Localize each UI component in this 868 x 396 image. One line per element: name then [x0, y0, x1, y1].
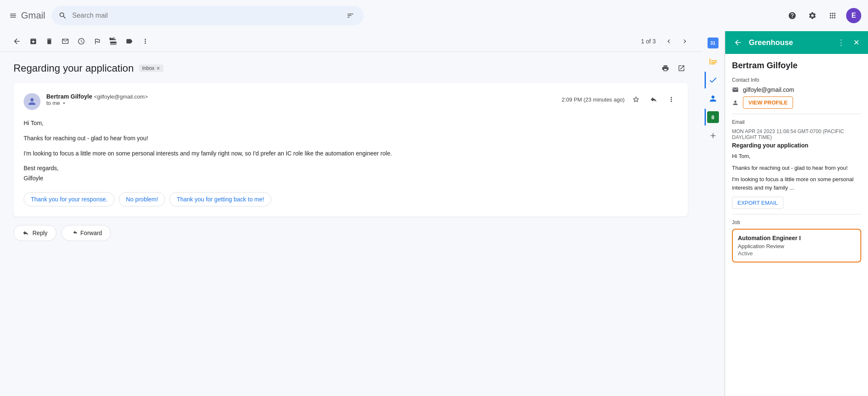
- mark-unread-button[interactable]: [59, 35, 72, 48]
- reply-action-button[interactable]: Reply: [13, 225, 56, 241]
- gmail-wordmark: Gmail: [21, 10, 45, 21]
- divider-2: [732, 214, 861, 214]
- person-contact-icon: [732, 99, 739, 106]
- to-me[interactable]: to me: [46, 100, 561, 106]
- gh-email-subject: Regarding your application: [732, 142, 861, 149]
- gh-email-section: MON APR 24 2023 11:08:54 GMT-0700 (PACIF…: [732, 128, 861, 192]
- greenhouse-plugin-icon[interactable]: 8: [705, 109, 721, 126]
- message-body: Hi Tom, Thanks for reaching out - glad t…: [24, 118, 678, 184]
- more-actions-button[interactable]: [139, 35, 152, 48]
- sender-email: <gilfoyle@gmail.com>: [94, 94, 148, 100]
- user-avatar[interactable]: E: [846, 8, 861, 23]
- person-icon[interactable]: [705, 90, 721, 107]
- gh-email-body-1: Hi Tom,: [732, 152, 861, 161]
- search-icon: [59, 11, 67, 20]
- body-line-4: Best regards,Gilfoyle: [24, 163, 678, 184]
- help-button[interactable]: [785, 9, 799, 22]
- smart-reply-1[interactable]: Thank you for your response.: [24, 192, 115, 206]
- sender-avatar: [24, 93, 40, 110]
- email-section-label: Email: [732, 119, 861, 125]
- side-strip: 31 8: [701, 31, 725, 396]
- greenhouse-more-button[interactable]: ⋮: [836, 36, 847, 49]
- email-icon: [732, 86, 739, 93]
- gh-email-date: MON APR 24 2023 11:08:54 GMT-0700 (PACIF…: [732, 128, 861, 140]
- body-line-3: I'm looking to focus a little more on so…: [24, 149, 678, 159]
- next-email-button[interactable]: [678, 35, 691, 48]
- reply-forward-row: Reply Forward: [13, 225, 688, 241]
- gmail-area: 1 of 3 Regarding your application Inbox …: [0, 31, 701, 396]
- add-plugin-button[interactable]: [705, 127, 721, 144]
- message-header: Bertram Gilfoyle <gilfoyle@gmail.com> to…: [24, 93, 678, 110]
- export-email-button[interactable]: EXPORT EMAIL: [732, 197, 783, 209]
- prev-email-button[interactable]: [662, 35, 675, 48]
- greenhouse-close-button[interactable]: ✕: [852, 36, 861, 49]
- body-line-1: Hi Tom,: [24, 118, 678, 128]
- body-line-2: Thanks for reaching out - glad to hear f…: [24, 134, 678, 144]
- email-contact-row: gilfoyle@gmail.com: [732, 86, 861, 93]
- job-card[interactable]: Automation Engineer I Application Review…: [732, 229, 861, 262]
- archive-button[interactable]: [27, 35, 40, 48]
- email-message: Bertram Gilfoyle <gilfoyle@gmail.com> to…: [13, 83, 688, 217]
- greenhouse-body: Bertram Gilfoyle Contact Info gilfoyle@g…: [725, 54, 868, 396]
- gh-email-body-2: Thanks for reaching out - glad to hear f…: [732, 164, 861, 172]
- smart-replies: Thank you for your response. No problem!…: [24, 192, 678, 206]
- contact-info-label: Contact Info: [732, 77, 861, 83]
- search-filter-button[interactable]: [344, 9, 357, 22]
- inbox-label: Inbox: [142, 65, 155, 71]
- calendar-icon[interactable]: 31: [705, 35, 721, 51]
- greenhouse-back-button[interactable]: [732, 37, 744, 48]
- sender-info: Bertram Gilfoyle <gilfoyle@gmail.com> to…: [46, 93, 561, 106]
- job-stage: Application Review: [738, 243, 855, 249]
- job-section-label: Job: [732, 219, 861, 225]
- reply-label: Reply: [32, 230, 48, 236]
- search-bar: [52, 6, 363, 25]
- greenhouse-header: Greenhouse ⋮ ✕: [725, 31, 868, 54]
- apps-button[interactable]: [826, 9, 839, 22]
- job-title: Automation Engineer I: [738, 235, 855, 241]
- more-options-button[interactable]: [665, 93, 678, 106]
- print-button[interactable]: [659, 62, 672, 75]
- forward-label: Forward: [80, 230, 102, 236]
- hamburger-menu-button[interactable]: [7, 9, 19, 22]
- subject-row: Regarding your application Inbox ✕: [13, 62, 688, 75]
- smart-reply-3[interactable]: Thank you for getting back to me!: [169, 192, 271, 206]
- candidate-email: gilfoyle@gmail.com: [743, 86, 794, 93]
- remove-label-button[interactable]: ✕: [156, 66, 160, 71]
- email-content: Regarding your application Inbox ✕: [0, 52, 701, 396]
- email-subject: Regarding your application: [13, 62, 134, 74]
- task-button[interactable]: [91, 35, 104, 48]
- delete-button[interactable]: [43, 35, 56, 48]
- greenhouse-title: Greenhouse: [749, 38, 831, 47]
- label-button[interactable]: [123, 35, 136, 48]
- message-meta: 2:09 PM (23 minutes ago): [561, 93, 678, 106]
- move-to-button[interactable]: [107, 35, 120, 48]
- star-button[interactable]: [630, 93, 642, 106]
- back-button[interactable]: [10, 35, 24, 48]
- open-in-new-button[interactable]: [675, 62, 688, 75]
- inbox-badge: Inbox ✕: [139, 64, 163, 72]
- reply-button-header[interactable]: [647, 93, 660, 106]
- job-status: Active: [738, 250, 855, 257]
- divider-1: [732, 114, 861, 114]
- sender-name: Bertram Gilfoyle: [46, 93, 92, 100]
- pagination-count: 1 of 3: [641, 38, 656, 45]
- message-time: 2:09 PM (23 minutes ago): [561, 96, 625, 103]
- gh-email-body-3: I'm looking to focus a little more on so…: [732, 175, 861, 192]
- email-toolbar: 1 of 3: [0, 31, 701, 52]
- contacts-icon[interactable]: [705, 72, 721, 88]
- forward-action-button[interactable]: Forward: [61, 225, 111, 241]
- view-profile-button[interactable]: VIEW PROFILE: [743, 96, 793, 109]
- greenhouse-sidebar: Greenhouse ⋮ ✕ Bertram Gilfoyle Contact …: [725, 31, 868, 396]
- search-input[interactable]: [72, 12, 344, 19]
- snooze-button[interactable]: [75, 35, 88, 48]
- settings-button[interactable]: [806, 9, 819, 22]
- top-bar: Gmail E: [0, 0, 868, 31]
- candidate-name: Bertram Gilfoyle: [732, 61, 861, 70]
- smart-reply-2[interactable]: No problem!: [119, 192, 165, 206]
- tasks-icon[interactable]: [705, 53, 721, 70]
